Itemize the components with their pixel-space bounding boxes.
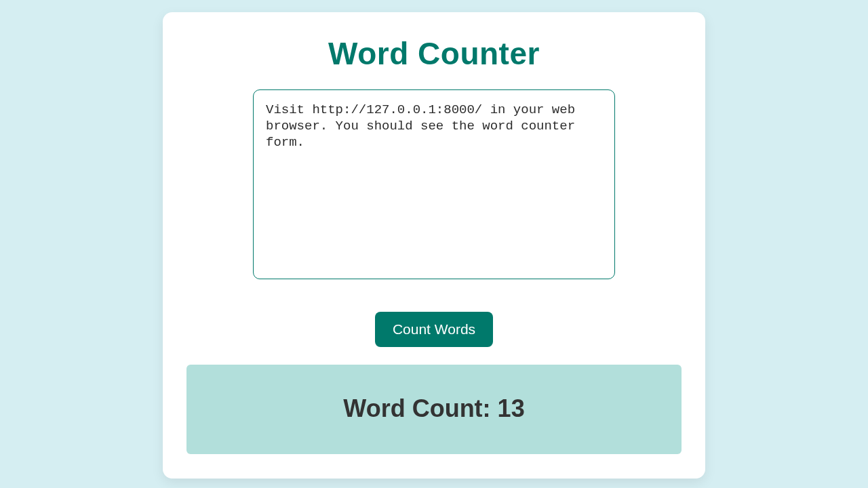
app-card: Word Counter Count Words Word Count: 13 — [163, 12, 705, 479]
result-value: 13 — [498, 394, 525, 422]
page-title: Word Counter — [328, 35, 540, 72]
count-words-button[interactable]: Count Words — [375, 312, 493, 347]
result-label: Word Count: — [343, 394, 497, 422]
result-text: Word Count: 13 — [200, 394, 668, 423]
result-panel: Word Count: 13 — [186, 365, 682, 454]
text-input[interactable] — [253, 89, 615, 279]
